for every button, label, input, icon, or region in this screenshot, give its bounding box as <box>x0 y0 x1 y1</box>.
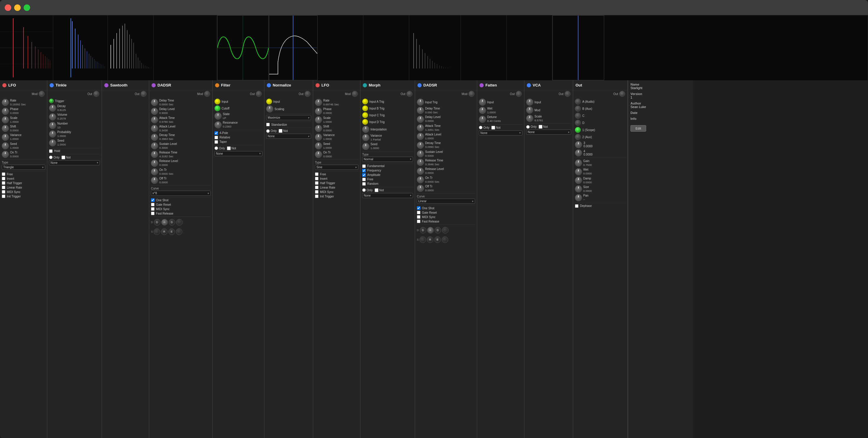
out-damp-knob[interactable] <box>575 177 582 184</box>
morph-seed-knob[interactable] <box>362 143 369 150</box>
morph-type-select[interactable]: Normal Cross <box>362 157 413 162</box>
dadsr1-gatereset-check[interactable] <box>151 203 155 206</box>
dadsr1-fastrelease-check[interactable] <box>151 212 155 215</box>
morph-fundamental-check[interactable] <box>362 164 366 168</box>
morph-free-check[interactable] <box>362 178 366 181</box>
fatten-not-check[interactable] <box>491 126 495 130</box>
fatten-wet-knob[interactable] <box>479 107 486 114</box>
fatten-detune-knob[interactable] <box>479 116 486 123</box>
morph-only-radio[interactable] <box>362 188 366 192</box>
dadsr1-sustainlevel-knob[interactable] <box>151 142 158 149</box>
morph-inputd-port[interactable] <box>362 119 368 125</box>
filter-not-check[interactable] <box>227 146 231 150</box>
tinkle-hold-check[interactable] <box>49 149 53 153</box>
out-ch-c-port[interactable] <box>575 113 581 119</box>
filter-state-knob[interactable] <box>215 112 222 120</box>
dadsr1-offtr-knob[interactable] <box>151 177 158 184</box>
dadsr2-releasetime-knob[interactable] <box>417 159 424 166</box>
lfo1-midisync-check[interactable] <box>2 190 5 194</box>
dadsr2-gatereset-check[interactable] <box>417 211 421 214</box>
dadsr2-curve-select[interactable]: Linear x^8 x^2 <box>417 199 475 204</box>
sawtooth-out-port[interactable] <box>141 91 147 97</box>
fatten-input-knob[interactable] <box>479 99 486 106</box>
dadsr2-e-btn[interactable]: E <box>434 236 441 243</box>
dadsr1-releaselevel-knob[interactable] <box>151 160 158 167</box>
lfo2-linearrate-check[interactable] <box>315 186 318 189</box>
vca-not-check[interactable] <box>538 125 542 129</box>
lfo2-mod-port[interactable] <box>352 91 358 97</box>
lfo2-inittrig-check[interactable] <box>315 195 318 198</box>
dadsr1-dark2-btn[interactable] <box>176 229 182 235</box>
dadsr2-sustainlevel-knob[interactable] <box>417 150 424 157</box>
tinkle-not-check[interactable] <box>61 156 65 159</box>
lfo1-inittrig-check[interactable] <box>2 195 5 198</box>
lfo1-mod-port[interactable] <box>39 91 44 97</box>
dadsr2-s-btn[interactable] <box>420 236 426 243</box>
filter-none-select[interactable]: None <box>215 151 262 156</box>
tinkle-seed-knob[interactable] <box>49 139 56 146</box>
lfo1-rate-knob[interactable] <box>2 99 9 106</box>
lfo2-free-check[interactable] <box>315 172 318 176</box>
norm-scaling-knob[interactable] <box>266 105 273 112</box>
out-ch-d-port[interactable] <box>575 120 581 126</box>
filter-relative-check[interactable] <box>215 136 218 139</box>
dadsr2-delaylevel-knob[interactable] <box>417 116 424 123</box>
morph-frequency-check[interactable] <box>362 169 366 172</box>
norm-maximize-select[interactable]: Maximize Normalize <box>266 115 311 120</box>
out-ch-3-knob[interactable] <box>575 141 582 148</box>
lfo2-midisync-check[interactable] <box>315 190 318 194</box>
dadsr2-releaselevel-knob[interactable] <box>417 168 424 175</box>
dadsr1-releasetime-knob[interactable] <box>151 151 158 158</box>
filter-cutoff-port[interactable] <box>215 105 220 111</box>
norm-only-radio[interactable] <box>266 129 270 133</box>
dadsr1-attacklevel-knob[interactable] <box>151 125 158 132</box>
lfo2-type-select[interactable]: Sine Triangle <box>315 165 359 170</box>
morph-not-check[interactable] <box>375 188 378 192</box>
vca-mod-knob[interactable] <box>526 106 533 114</box>
norm-input-port[interactable] <box>266 99 272 104</box>
out-ch-4-knob[interactable] <box>575 149 582 157</box>
out-pan-knob[interactable] <box>575 194 582 201</box>
out-dephase-check[interactable] <box>575 204 579 208</box>
lfo2-seed-knob[interactable] <box>315 142 322 149</box>
lfo1-ontr-knob[interactable] <box>2 151 9 158</box>
lfo1-type-select[interactable]: Triangle Sine Square Sawtooth <box>2 165 45 170</box>
dadsr1-d2-btn[interactable]: D <box>169 219 175 226</box>
filter-fourpole-check[interactable] <box>215 131 218 135</box>
dadsr2-offtr-knob[interactable] <box>417 185 424 192</box>
dadsr2-inputtrig-knob[interactable] <box>417 99 424 106</box>
dadsr2-d-btn[interactable]: D <box>420 227 426 233</box>
morph-inputc-port[interactable] <box>362 112 368 118</box>
tinkle-number-knob[interactable] <box>49 122 56 129</box>
filter-out-port[interactable] <box>256 91 262 97</box>
filter-only-radio[interactable] <box>215 146 218 150</box>
lfo1-free-check[interactable] <box>2 172 5 176</box>
lfo1-invert-check[interactable] <box>2 177 5 180</box>
dadsr1-r-btn[interactable]: R <box>161 229 167 235</box>
lfo1-variance-knob[interactable] <box>2 134 9 141</box>
out-ch-2-port[interactable] <box>575 134 581 140</box>
vca-none-select[interactable]: None <box>526 130 571 135</box>
tinkle-only-radio[interactable] <box>49 156 53 159</box>
lfo1-seed-knob[interactable] <box>2 142 9 149</box>
out-ch-b-port[interactable] <box>575 106 581 111</box>
dadsr1-a-btn[interactable]: A <box>161 219 168 226</box>
morph-variance-knob[interactable] <box>362 134 369 141</box>
lfo2-phase-knob[interactable] <box>315 108 322 115</box>
dadsr2-fastrelease-check[interactable] <box>417 220 421 223</box>
vca-only-radio[interactable] <box>526 125 530 129</box>
dadsr2-dark2-btn[interactable] <box>442 236 448 243</box>
out-gain-knob[interactable] <box>575 159 582 166</box>
close-button[interactable] <box>5 4 11 11</box>
tinkle-prob-knob[interactable] <box>49 130 56 138</box>
dadsr1-midisync-check[interactable] <box>151 207 155 211</box>
morph-interp-knob[interactable] <box>362 126 369 133</box>
morph-out-port[interactable] <box>406 91 412 97</box>
dadsr1-ontr-knob[interactable] <box>151 168 158 175</box>
lfo1-halftrig-check[interactable] <box>2 181 5 185</box>
vca-scale-knob[interactable] <box>526 115 533 122</box>
dadsr1-curve-select[interactable]: x^8 Linear x^2 <box>151 191 211 196</box>
minimize-button[interactable] <box>14 4 21 11</box>
fatten-out-port[interactable] <box>516 91 522 97</box>
lfo2-shift-knob[interactable] <box>315 125 322 132</box>
